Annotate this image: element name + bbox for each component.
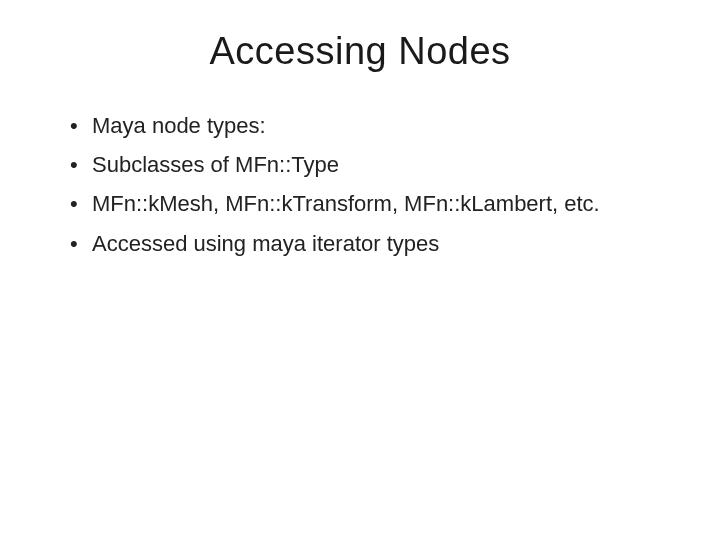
list-item: Accessed using maya iterator types xyxy=(70,226,660,261)
list-item: MFn::kMesh, MFn::kTransform, MFn::kLambe… xyxy=(70,186,660,221)
list-item: Maya node types: xyxy=(70,108,660,143)
list-item: Subclasses of MFn::Type xyxy=(70,147,660,182)
slide-title: Accessing Nodes xyxy=(60,30,660,73)
bullet-list: Maya node types: Subclasses of MFn::Type… xyxy=(60,108,660,261)
